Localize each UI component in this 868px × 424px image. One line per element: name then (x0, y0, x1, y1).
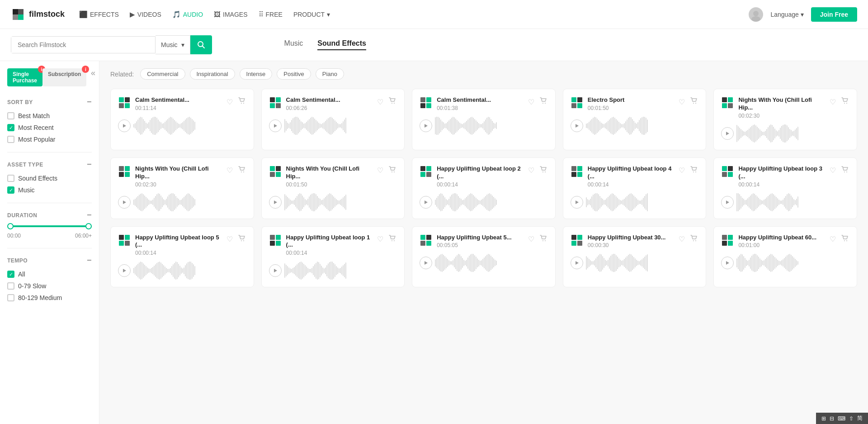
like-button[interactable]: ♡ (226, 165, 234, 176)
play-button[interactable] (721, 196, 734, 209)
sidebar-collapse-button[interactable]: « (91, 68, 95, 78)
svg-rect-22 (420, 97, 425, 102)
search-input[interactable] (11, 37, 155, 53)
tempo-all-checkbox[interactable] (7, 271, 14, 278)
tempo-medium[interactable]: 80-129 Medium (7, 294, 92, 301)
avatar[interactable] (749, 7, 763, 22)
cart-button[interactable] (237, 96, 246, 107)
play-button[interactable] (571, 196, 583, 209)
sort-most-popular[interactable]: Most Popular (7, 136, 92, 143)
play-button[interactable] (420, 119, 432, 132)
wave-bar (620, 260, 621, 267)
join-free-button[interactable]: Join Free (811, 7, 857, 22)
play-button[interactable] (118, 264, 131, 277)
tag-intense[interactable]: Intense (240, 68, 273, 80)
play-button[interactable] (721, 127, 734, 140)
cart-button[interactable] (689, 234, 698, 245)
nav-product[interactable]: PRODUCT ▾ (293, 11, 330, 18)
play-button[interactable] (269, 264, 282, 277)
tag-piano[interactable]: Piano (316, 68, 344, 80)
subscription-tab[interactable]: Subscription i (42, 68, 86, 86)
like-button[interactable]: ♡ (678, 165, 686, 176)
cart-button[interactable] (539, 165, 548, 176)
cart-button[interactable] (689, 165, 698, 176)
sort-best-match-checkbox[interactable] (7, 112, 14, 119)
tag-commercial[interactable]: Commercial (140, 68, 185, 80)
language-button[interactable]: Language ▾ (770, 11, 803, 18)
sort-best-match[interactable]: Best Match (7, 112, 92, 119)
cart-button[interactable] (237, 165, 246, 176)
cart-button[interactable] (539, 96, 548, 107)
tempo-collapse-icon[interactable]: − (87, 256, 92, 265)
tempo-all[interactable]: All (7, 271, 92, 278)
tag-inspirational[interactable]: Inspirational (190, 68, 235, 80)
play-button[interactable] (269, 196, 282, 209)
play-button[interactable] (420, 257, 432, 269)
nav-effects[interactable]: ⬛ EFFECTS (79, 10, 119, 19)
asset-sound-effects-checkbox[interactable] (7, 175, 14, 182)
like-button[interactable]: ♡ (527, 96, 535, 107)
cart-button[interactable] (840, 96, 849, 107)
asset-type-collapse-icon[interactable]: − (87, 160, 92, 169)
cart-button[interactable] (689, 96, 698, 107)
single-purchase-tab[interactable]: SinglePurchase i (7, 68, 42, 86)
range-thumb-left[interactable] (7, 223, 14, 229)
like-button[interactable]: ♡ (829, 165, 837, 176)
logo[interactable]: filmstock (11, 7, 65, 22)
nav-audio[interactable]: 🎵 AUDIO (172, 10, 203, 19)
play-button[interactable] (118, 196, 131, 209)
asset-music-checkbox[interactable] (7, 186, 14, 194)
cart-button[interactable] (237, 234, 246, 245)
sort-most-recent[interactable]: Most Recent (7, 124, 92, 131)
like-button[interactable]: ♡ (376, 165, 384, 176)
like-button[interactable]: ♡ (226, 96, 234, 107)
like-button[interactable]: ♡ (226, 234, 234, 245)
tab-sound-effects[interactable]: Sound Effects (317, 39, 366, 50)
nav-videos[interactable]: ▶ VIDEOS (130, 10, 161, 19)
like-button[interactable]: ♡ (527, 165, 535, 176)
like-button[interactable]: ♡ (376, 96, 384, 107)
range-thumb-right[interactable] (85, 223, 92, 229)
asset-music[interactable]: Music (7, 186, 92, 194)
like-button[interactable]: ♡ (527, 234, 535, 245)
cart-button[interactable] (539, 234, 548, 245)
cart-button[interactable] (388, 234, 397, 245)
like-button[interactable]: ♡ (678, 234, 686, 245)
cart-button[interactable] (388, 96, 397, 107)
wave-bar (332, 118, 333, 134)
play-button[interactable] (571, 257, 583, 269)
wave-bar (305, 199, 306, 205)
tempo-slow-checkbox[interactable] (7, 282, 14, 290)
play-button[interactable] (420, 196, 432, 209)
like-button[interactable]: ♡ (678, 96, 686, 107)
search-category-dropdown[interactable]: Music ▾ (156, 35, 190, 54)
tab-music[interactable]: Music (284, 39, 303, 50)
sort-collapse-icon[interactable]: − (87, 97, 92, 107)
nav-free[interactable]: ⠿ FREE (259, 10, 283, 19)
play-button[interactable] (571, 119, 583, 132)
like-button[interactable]: ♡ (829, 234, 837, 245)
like-button[interactable]: ♡ (376, 234, 384, 245)
search-button[interactable] (190, 35, 212, 54)
sort-most-recent-checkbox[interactable] (7, 124, 14, 131)
cart-icon (540, 166, 547, 173)
asset-sound-effects[interactable]: Sound Effects (7, 175, 92, 182)
nav-images[interactable]: 🖼 IMAGES (214, 10, 247, 18)
play-button[interactable] (721, 257, 734, 269)
play-button[interactable] (118, 119, 131, 132)
wave-bar (484, 257, 485, 268)
like-button[interactable]: ♡ (829, 96, 837, 107)
card-duration: 00:00:14 (738, 181, 824, 188)
duration-collapse-icon[interactable]: − (87, 210, 92, 220)
tempo-slow[interactable]: 0-79 Slow (7, 282, 92, 290)
wave-bar (317, 262, 318, 280)
duration-slider[interactable]: 00:00 06:00+ (7, 225, 92, 239)
waveform (269, 262, 397, 280)
tag-positive[interactable]: Positive (277, 68, 311, 80)
cart-button[interactable] (840, 234, 849, 245)
tempo-medium-checkbox[interactable] (7, 294, 14, 301)
cart-button[interactable] (840, 165, 849, 176)
sort-most-popular-checkbox[interactable] (7, 136, 14, 143)
cart-button[interactable] (388, 165, 397, 176)
play-button[interactable] (269, 119, 282, 132)
